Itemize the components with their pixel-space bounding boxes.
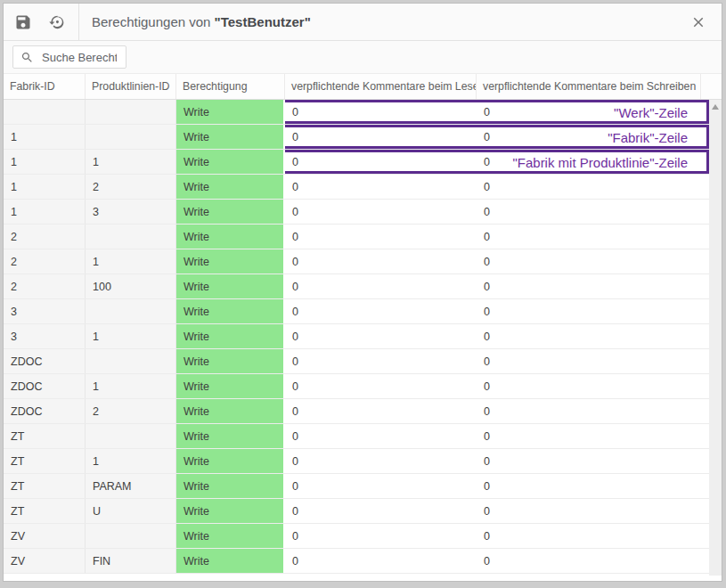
cell-berechtigung[interactable]: Write: [176, 200, 285, 224]
cell-fabrik-id: ZV: [4, 549, 86, 573]
table-row[interactable]: ZDOC Write 0 0: [4, 349, 709, 374]
table-row[interactable]: ZT U Write 0 0: [4, 499, 709, 524]
cell-berechtigung[interactable]: Write: [176, 175, 285, 199]
column-header-kommentare-lesen: verpflichtende Kommentare beim Lesen: [285, 74, 477, 99]
cell-berechtigung[interactable]: Write: [176, 274, 285, 298]
cell-berechtigung[interactable]: Write: [176, 100, 285, 124]
cell-kommentare-lesen[interactable]: 0: [285, 549, 477, 573]
cell-kommentare-schreiben[interactable]: 0: [477, 499, 701, 523]
table-row[interactable]: ZT Write 0 0: [4, 424, 709, 449]
cell-kommentare-lesen[interactable]: 0: [285, 449, 477, 473]
cell-kommentare-lesen[interactable]: 0: [285, 324, 477, 348]
cell-kommentare-schreiben[interactable]: 0: [477, 299, 701, 323]
cell-berechtigung[interactable]: Write: [176, 424, 285, 448]
table-header-row: Fabrik-ID Produktlinien-ID Berechtigung …: [4, 74, 722, 100]
cell-produktlinien-id: 2: [86, 399, 176, 423]
vertical-scrollbar[interactable]: [709, 100, 722, 576]
cell-kommentare-schreiben[interactable]: 0: [477, 349, 701, 373]
cell-kommentare-schreiben[interactable]: 0: [477, 549, 701, 573]
cell-fabrik-id: 1: [4, 200, 86, 224]
cell-filler: [701, 474, 709, 498]
cell-kommentare-schreiben[interactable]: 0: [477, 100, 701, 124]
cell-berechtigung[interactable]: Write: [176, 399, 285, 423]
cell-fabrik-id: 2: [4, 249, 86, 274]
cell-kommentare-lesen[interactable]: 0: [285, 125, 477, 149]
table-row[interactable]: ZDOC 2 Write 0 0: [4, 399, 709, 424]
cell-kommentare-schreiben[interactable]: 0: [477, 374, 701, 398]
table-row[interactable]: 1 3 Write 0 0: [4, 200, 709, 225]
cell-berechtigung[interactable]: Write: [176, 299, 285, 323]
table-row[interactable]: 2 Write 0 0: [4, 225, 709, 249]
cell-kommentare-schreiben[interactable]: 0: [477, 524, 701, 548]
table-row[interactable]: ZV FIN Write 0 0: [4, 549, 709, 574]
cell-berechtigung[interactable]: Write: [176, 474, 285, 498]
search-box[interactable]: [12, 45, 126, 69]
cell-kommentare-lesen[interactable]: 0: [285, 150, 477, 174]
cell-kommentare-schreiben[interactable]: 0: [477, 125, 701, 149]
cell-filler: [701, 349, 709, 373]
column-header-produktlinien-id: Produktlinien-ID: [86, 74, 176, 99]
cell-kommentare-schreiben[interactable]: 0: [477, 399, 701, 423]
cell-kommentare-schreiben[interactable]: 0: [477, 474, 701, 498]
cell-kommentare-lesen[interactable]: 0: [285, 249, 477, 274]
cell-produktlinien-id: 1: [86, 249, 176, 274]
cell-berechtigung[interactable]: Write: [176, 125, 285, 149]
cell-kommentare-schreiben[interactable]: 0: [477, 424, 701, 448]
cell-filler: [701, 200, 709, 224]
save-button[interactable]: [9, 8, 37, 37]
cell-kommentare-schreiben[interactable]: 0: [477, 200, 701, 224]
restore-history-button[interactable]: [43, 8, 71, 37]
scroll-up-arrow-icon[interactable]: [712, 104, 719, 110]
cell-kommentare-schreiben[interactable]: 0: [477, 274, 701, 298]
table-row[interactable]: 3 Write 0 0: [4, 299, 709, 324]
cell-produktlinien-id: [86, 424, 176, 448]
table-row[interactable]: ZV Write 0 0: [4, 524, 709, 549]
cell-kommentare-lesen[interactable]: 0: [285, 200, 477, 224]
cell-filler: [701, 175, 709, 199]
cell-kommentare-schreiben[interactable]: 0: [477, 225, 701, 249]
cell-kommentare-lesen[interactable]: 0: [285, 524, 477, 548]
cell-fabrik-id: ZDOC: [4, 399, 86, 423]
table-row[interactable]: 2 1 Write 0 0: [4, 249, 709, 274]
cell-kommentare-lesen[interactable]: 0: [285, 100, 477, 124]
table-row[interactable]: 2 100 Write 0 0: [4, 274, 709, 299]
cell-fabrik-id: ZV: [4, 524, 86, 548]
cell-kommentare-schreiben[interactable]: 0: [477, 249, 701, 274]
table-row[interactable]: 1 1 Write 0 0 "Fabrik mit Produktlinie"-…: [4, 150, 709, 175]
cell-kommentare-lesen[interactable]: 0: [285, 225, 477, 249]
cell-kommentare-schreiben[interactable]: 0: [477, 324, 701, 348]
cell-kommentare-schreiben[interactable]: 0: [477, 175, 701, 199]
cell-berechtigung[interactable]: Write: [176, 499, 285, 523]
cell-kommentare-lesen[interactable]: 0: [285, 349, 477, 373]
cell-kommentare-lesen[interactable]: 0: [285, 399, 477, 423]
cell-berechtigung[interactable]: Write: [176, 324, 285, 348]
cell-berechtigung[interactable]: Write: [176, 225, 285, 249]
table-row[interactable]: 1 2 Write 0 0: [4, 175, 709, 200]
cell-berechtigung[interactable]: Write: [176, 349, 285, 373]
cell-kommentare-lesen[interactable]: 0: [285, 499, 477, 523]
search-input[interactable]: [40, 50, 118, 65]
cell-berechtigung[interactable]: Write: [176, 449, 285, 473]
cell-berechtigung[interactable]: Write: [176, 549, 285, 573]
table-row[interactable]: ZDOC 1 Write 0 0: [4, 374, 709, 399]
cell-kommentare-lesen[interactable]: 0: [285, 274, 477, 298]
table-row[interactable]: ZT PARAM Write 0 0: [4, 474, 709, 499]
table-row[interactable]: Write 0 0 "Werk"-Zeile: [4, 100, 709, 125]
cell-berechtigung[interactable]: Write: [176, 150, 285, 174]
cell-kommentare-schreiben[interactable]: 0: [477, 150, 701, 174]
cell-berechtigung[interactable]: Write: [176, 374, 285, 398]
cell-kommentare-lesen[interactable]: 0: [285, 299, 477, 323]
table-row[interactable]: ZT 1 Write 0 0: [4, 449, 709, 474]
cell-berechtigung[interactable]: Write: [176, 524, 285, 548]
cell-kommentare-lesen[interactable]: 0: [285, 424, 477, 448]
cell-kommentare-lesen[interactable]: 0: [285, 474, 477, 498]
cell-berechtigung[interactable]: Write: [176, 249, 285, 274]
cell-kommentare-schreiben[interactable]: 0: [477, 449, 701, 473]
table-row[interactable]: 3 1 Write 0 0: [4, 324, 709, 349]
cell-kommentare-lesen[interactable]: 0: [285, 175, 477, 199]
close-button[interactable]: [686, 10, 711, 35]
cell-fabrik-id: ZT: [4, 474, 86, 498]
close-icon: [690, 14, 706, 30]
cell-kommentare-lesen[interactable]: 0: [285, 374, 477, 398]
table-row[interactable]: 1 Write 0 0 "Fabrik"-Zeile: [4, 125, 709, 150]
